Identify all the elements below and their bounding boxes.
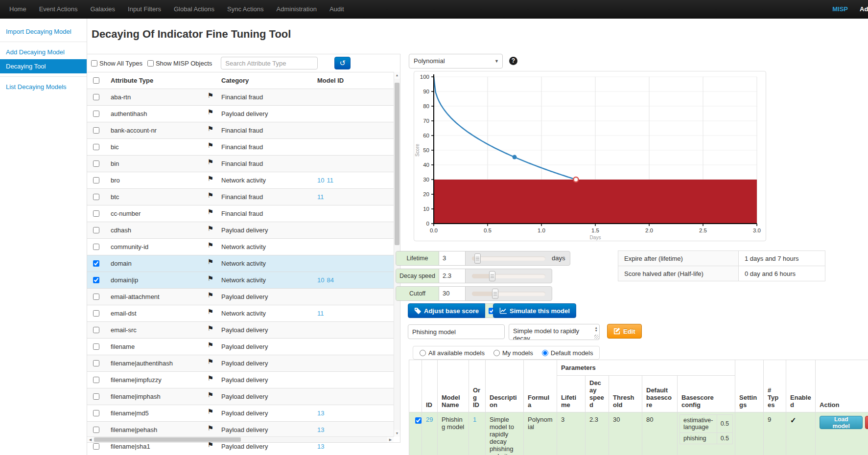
show-all-types-option[interactable]: Show All Types: [91, 60, 142, 67]
model-lifetime-cell: 3: [557, 412, 586, 455]
sidebar-item-import-decaying-model[interactable]: Import Decaying Model: [0, 24, 87, 39]
attribute-checkbox[interactable]: [93, 327, 99, 333]
models-filter-radio[interactable]: [420, 350, 426, 356]
decay-simulation-chart[interactable]: 01020304050607080901000.00.51.01.52.02.5…: [414, 71, 766, 241]
attribute-checkbox[interactable]: [93, 194, 99, 200]
attribute-checkbox[interactable]: [93, 160, 99, 167]
org-id-link[interactable]: 1: [473, 416, 476, 423]
models-filter-all-available-models[interactable]: All available models: [420, 349, 485, 357]
nav-item-audit[interactable]: Audit: [323, 0, 351, 19]
attribute-checkbox[interactable]: [93, 94, 99, 100]
textarea-spinner-icons[interactable]: ▲▼: [595, 326, 598, 332]
attribute-checkbox[interactable]: [93, 210, 99, 217]
model-id-link[interactable]: 13: [317, 410, 324, 417]
model-id-link[interactable]: 10: [317, 177, 324, 184]
model-id-link[interactable]: 11: [317, 310, 324, 317]
models-filter-radio[interactable]: [493, 350, 500, 356]
slider-value-input[interactable]: [439, 287, 466, 300]
attribute-checkbox[interactable]: [93, 127, 99, 134]
attribute-checkbox[interactable]: [93, 294, 99, 300]
decay-chart-container: 01020304050607080901000.00.51.01.52.02.5…: [414, 71, 766, 241]
attribute-checkbox[interactable]: [93, 443, 99, 450]
model-name-input[interactable]: [408, 324, 505, 339]
attribute-checkbox[interactable]: [93, 144, 99, 150]
help-icon[interactable]: ?: [509, 57, 517, 65]
attribute-checkbox[interactable]: [93, 277, 99, 283]
select-all-checkbox[interactable]: [93, 77, 99, 84]
model-description-textarea[interactable]: Simple model to rapidly decay: [509, 324, 591, 340]
attribute-checkbox[interactable]: [93, 343, 99, 350]
slider-value-input[interactable]: [439, 251, 466, 265]
attribute-row: filename|authentihash⚑ Payload delivery: [87, 355, 394, 372]
show-misp-objects-option[interactable]: Show MISP Objects: [147, 60, 212, 67]
attribute-checkbox[interactable]: [93, 360, 99, 366]
horizontal-scrollbar-thumb[interactable]: [94, 437, 241, 442]
attribute-category-label: Financial fraud: [217, 156, 313, 172]
model-id-link[interactable]: 29: [426, 416, 433, 423]
nav-item-input-filters[interactable]: Input Filters: [121, 0, 167, 19]
attribute-checkbox[interactable]: [93, 227, 99, 233]
models-filter-radio[interactable]: [542, 350, 548, 356]
model-id-link[interactable]: 13: [317, 443, 324, 450]
attribute-checkbox[interactable]: [93, 310, 99, 317]
model-row-checkbox[interactable]: [415, 417, 422, 424]
attribute-checkbox[interactable]: [93, 260, 99, 267]
edit-model-button[interactable]: Edit: [607, 324, 642, 339]
sidebar-item-add-decaying-model[interactable]: Add Decaying Model: [0, 45, 87, 59]
attribute-checkbox[interactable]: [93, 393, 99, 400]
nav-item-global-actions[interactable]: Global Actions: [167, 0, 221, 19]
search-attribute-type-input[interactable]: [221, 57, 318, 69]
sidebar-item-decaying-tool[interactable]: Decaying Tool: [0, 59, 87, 73]
nav-item-administration[interactable]: Administration: [270, 0, 323, 19]
slider-value-input[interactable]: [439, 269, 466, 283]
attribute-checkbox[interactable]: [93, 111, 99, 117]
slider-handle[interactable]: [492, 289, 498, 299]
slider-handle[interactable]: [489, 271, 495, 281]
show-all-types-checkbox[interactable]: [91, 60, 97, 67]
disable-model-button[interactable]: [865, 416, 868, 429]
svg-text:0: 0: [426, 221, 429, 227]
nav-item-home[interactable]: Home: [3, 0, 33, 19]
slider-track[interactable]: [472, 256, 545, 261]
model-id-link[interactable]: 13: [317, 426, 324, 433]
scroll-right-icon[interactable]: ▶: [387, 437, 394, 442]
model-id-link[interactable]: 84: [327, 276, 333, 284]
header-org-id: Org ID: [469, 360, 486, 412]
sidebar-item-list-decaying-models[interactable]: List Decaying Models: [0, 80, 87, 94]
navbar-user-link[interactable]: Adm: [860, 0, 868, 19]
svg-text:3.0: 3.0: [753, 228, 761, 233]
flag-icon: ⚑: [207, 424, 213, 432]
slider-handle[interactable]: [474, 253, 481, 264]
nav-item-event-actions[interactable]: Event Actions: [33, 0, 84, 19]
show-misp-objects-checkbox[interactable]: [147, 60, 154, 67]
resize-handle-icon[interactable]: [594, 335, 599, 339]
load-model-button[interactable]: Load model: [820, 416, 863, 429]
attribute-model-ids: [313, 205, 394, 222]
attribute-checkbox[interactable]: [93, 177, 99, 183]
simulate-model-button[interactable]: Simulate this model: [493, 303, 576, 318]
scroll-down-icon[interactable]: ▼: [394, 430, 400, 437]
attribute-checkbox[interactable]: [93, 427, 99, 433]
vertical-scrollbar-thumb[interactable]: [395, 83, 399, 245]
attribute-type-label: aba-rtn: [111, 93, 131, 101]
model-id-link[interactable]: 10: [317, 276, 324, 284]
model-id-link[interactable]: 11: [327, 177, 333, 184]
misp-brand-link[interactable]: MISP: [832, 0, 848, 19]
model-id-link[interactable]: 11: [317, 193, 324, 201]
attribute-type-label: email-src: [111, 326, 137, 334]
scroll-up-icon[interactable]: ▲: [394, 72, 400, 79]
adjust-base-score-button[interactable]: Adjust base score: [408, 303, 485, 318]
attribute-row: filename|md5⚑ Payload delivery 13: [87, 405, 394, 422]
nav-item-galaxies[interactable]: Galaxies: [84, 0, 121, 19]
attribute-checkbox[interactable]: [93, 377, 99, 383]
formula-selected-value: Polynomial: [414, 57, 445, 65]
refresh-button[interactable]: ↺: [334, 57, 351, 69]
models-filter-my-models[interactable]: My models: [493, 349, 533, 357]
models-filter-default-models[interactable]: Default models: [542, 349, 593, 357]
attribute-checkbox[interactable]: [93, 410, 99, 416]
attribute-checkbox[interactable]: [93, 244, 99, 250]
nav-item-sync-actions[interactable]: Sync Actions: [221, 0, 270, 19]
horizontal-scrollbar[interactable]: ◀ ▶: [87, 436, 394, 442]
formula-select[interactable]: Polynomial ▼: [409, 54, 503, 68]
scroll-left-icon[interactable]: ◀: [87, 437, 94, 442]
